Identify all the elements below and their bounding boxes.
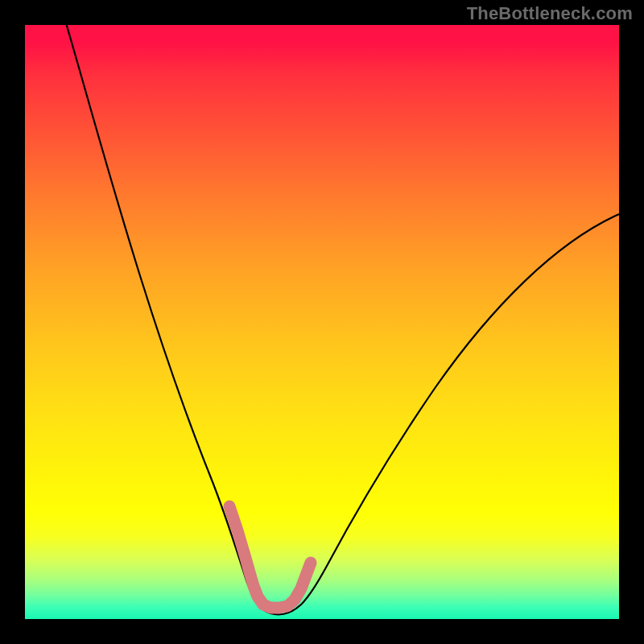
optimal-band <box>229 506 311 608</box>
bottleneck-curve <box>67 25 619 614</box>
chart-frame: TheBottleneck.com <box>0 0 644 644</box>
curve-layer <box>25 25 619 619</box>
watermark-text: TheBottleneck.com <box>467 3 633 24</box>
plot-area <box>25 25 619 619</box>
